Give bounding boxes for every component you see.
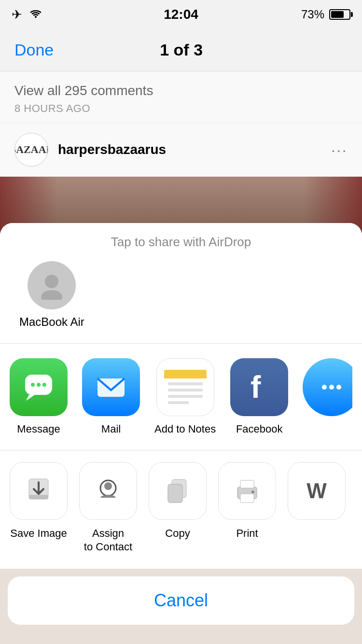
more-app-icon <box>303 358 352 416</box>
content-area: View all 295 comments 8 HOURS AGO BAZAAR… <box>0 71 362 644</box>
assign-contact-icon-box <box>79 462 137 520</box>
nav-bar: Done 1 of 3 <box>0 29 362 71</box>
status-time: 12:04 <box>164 7 198 22</box>
more-options-button[interactable]: ··· <box>331 140 348 159</box>
mail-envelope-icon <box>94 370 128 405</box>
svg-point-6 <box>37 383 41 387</box>
facebook-f-icon: f <box>242 370 277 405</box>
app-row: Message Mail <box>10 358 352 435</box>
cancel-button[interactable]: Cancel <box>8 576 354 625</box>
svg-point-1 <box>45 275 58 288</box>
airdrop-devices: MacBook Air <box>14 261 348 329</box>
svg-rect-14 <box>29 495 48 499</box>
status-right: 73% <box>301 8 350 21</box>
view-comments[interactable]: View all 295 comments <box>14 83 348 98</box>
airplane-icon: ✈ <box>12 7 22 22</box>
action-item-save-image[interactable]: Save Image <box>10 462 68 554</box>
action-label-copy: Copy <box>165 527 190 541</box>
svg-point-11 <box>329 385 334 390</box>
print-icon <box>233 476 262 505</box>
w-label: W <box>306 479 327 503</box>
svg-point-23 <box>251 490 254 493</box>
action-label-save-image: Save Image <box>10 527 67 541</box>
share-sheet: Tap to share with AirDrop MacBook Air <box>0 223 362 644</box>
app-item-more[interactable] <box>303 358 352 435</box>
svg-marker-4 <box>26 395 35 401</box>
svg-rect-21 <box>240 494 254 503</box>
facebook-app-icon: f <box>230 358 288 416</box>
notes-app-icon <box>156 358 214 416</box>
nav-title: 1 of 3 <box>160 41 203 59</box>
comments-section: View all 295 comments 8 HOURS AGO <box>0 71 362 123</box>
status-bar: ✈ 12:04 73% <box>0 0 362 29</box>
app-label-facebook: Facebook <box>236 423 283 435</box>
copy-icon <box>163 476 192 505</box>
profile-name: harpersbazaarus <box>58 142 331 157</box>
w-icon-box: W <box>288 462 346 520</box>
action-row-section: Save Image Assignto Contact <box>0 450 362 569</box>
app-item-message[interactable]: Message <box>10 358 68 435</box>
svg-point-17 <box>104 482 112 490</box>
airdrop-label: Tap to share with AirDrop <box>14 235 348 250</box>
app-item-mail[interactable]: Mail <box>82 358 140 435</box>
device-name: MacBook Air <box>19 315 84 329</box>
svg-point-12 <box>336 385 341 390</box>
profile-row[interactable]: BAZAAR harpersbazaarus ··· <box>0 123 362 177</box>
more-dots-icon <box>320 375 344 399</box>
svg-point-7 <box>42 383 46 387</box>
svg-rect-22 <box>240 480 254 488</box>
app-row-section: Message Mail <box>0 344 362 450</box>
mail-app-icon <box>82 358 140 416</box>
svg-text:f: f <box>251 370 261 405</box>
action-label-print: Print <box>236 527 258 541</box>
done-button[interactable]: Done <box>14 41 54 59</box>
svg-point-0 <box>35 16 37 18</box>
message-app-icon <box>10 358 68 416</box>
cancel-text: Cancel <box>154 590 208 611</box>
assign-contact-icon <box>94 476 123 505</box>
battery-bar <box>329 9 350 20</box>
action-row: Save Image Assignto Contact <box>10 462 352 554</box>
person-silhouette-icon <box>37 271 66 300</box>
app-label-message: Message <box>17 423 60 435</box>
action-item-copy[interactable]: Copy <box>149 462 207 554</box>
action-item-assign-contact[interactable]: Assignto Contact <box>79 462 137 554</box>
wifi-icon <box>29 8 42 21</box>
time-ago: 8 HOURS AGO <box>14 102 348 115</box>
print-icon-box <box>218 462 276 520</box>
svg-rect-19 <box>168 484 182 503</box>
profile-avatar: BAZAAR <box>14 133 48 167</box>
app-item-facebook[interactable]: f Facebook <box>230 358 288 435</box>
save-image-icon <box>24 476 53 505</box>
copy-icon-box <box>149 462 207 520</box>
save-image-icon-box <box>10 462 68 520</box>
share-main-panel: Tap to share with AirDrop MacBook Air <box>0 223 362 569</box>
svg-point-10 <box>322 385 327 390</box>
svg-point-5 <box>31 383 35 387</box>
airdrop-device-macbook[interactable]: MacBook Air <box>19 261 84 329</box>
battery-percent: 73% <box>301 8 324 21</box>
avatar-text: BAZAAR <box>14 143 48 156</box>
app-label-notes: Add to Notes <box>154 423 216 435</box>
battery-fill <box>331 11 344 18</box>
message-bubble-icon <box>21 370 56 405</box>
airdrop-section: Tap to share with AirDrop MacBook Air <box>0 223 362 344</box>
app-item-notes[interactable]: Add to Notes <box>154 358 216 435</box>
action-item-print[interactable]: Print <box>218 462 276 554</box>
app-label-mail: Mail <box>101 423 121 435</box>
status-left-icons: ✈ <box>12 7 42 22</box>
action-item-w[interactable]: W <box>288 462 346 554</box>
action-label-assign-contact: Assignto Contact <box>84 527 132 554</box>
svg-point-2 <box>41 290 62 300</box>
device-avatar <box>28 261 76 309</box>
